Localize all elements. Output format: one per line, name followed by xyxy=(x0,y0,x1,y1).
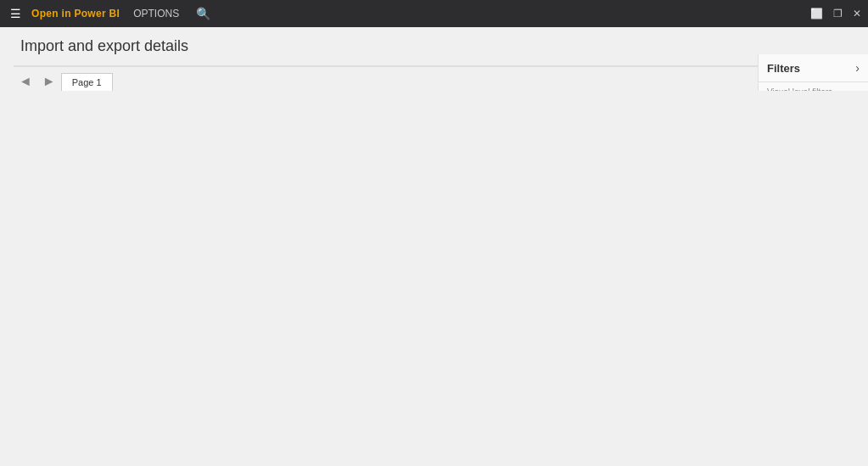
options-menu[interactable]: OPTIONS xyxy=(133,8,179,20)
report-area: Import and export details Amount by Coun… xyxy=(0,27,758,91)
filter-panel-title: Filters xyxy=(767,62,800,75)
visual-container[interactable]: Amount by CountryOrigin ⛶ ••• xyxy=(14,65,758,67)
prev-page-icon[interactable]: ◄ xyxy=(14,72,37,91)
filter-section-label: Visual level filters xyxy=(759,82,868,91)
filter-panel-header: Filters › xyxy=(759,54,868,82)
app-name: Open in Power BI xyxy=(31,8,120,20)
page-tab-1[interactable]: Page 1 xyxy=(61,73,113,91)
restore-icon[interactable]: ❐ xyxy=(833,8,843,20)
filter-panel-arrow[interactable]: › xyxy=(855,61,860,75)
title-bar: ☰ Open in Power BI OPTIONS 🔍 ⬜ ❐ ✕ xyxy=(0,0,868,27)
search-icon[interactable]: 🔍 xyxy=(196,7,210,20)
content-row: Import and export details Amount by Coun… xyxy=(0,27,868,91)
filter-panel: Filters › Visual level filters Activity(… xyxy=(758,54,868,91)
map-tooltip: COUNTRYORIGIN IT AMOUNT 1,500.00 xyxy=(408,66,517,67)
tabs-row: ◄ ► Page 1 xyxy=(14,67,758,91)
hamburger-icon[interactable]: ☰ xyxy=(7,3,25,24)
minimize-icon[interactable]: ⬜ xyxy=(810,8,823,20)
next-page-icon[interactable]: ► xyxy=(37,72,61,91)
close-icon[interactable]: ✕ xyxy=(853,8,861,20)
page-title: Import and export details xyxy=(14,37,758,55)
window-controls: ⬜ ❐ ✕ xyxy=(810,8,861,20)
layout-wrapper: Import and export details Amount by Coun… xyxy=(0,27,868,91)
